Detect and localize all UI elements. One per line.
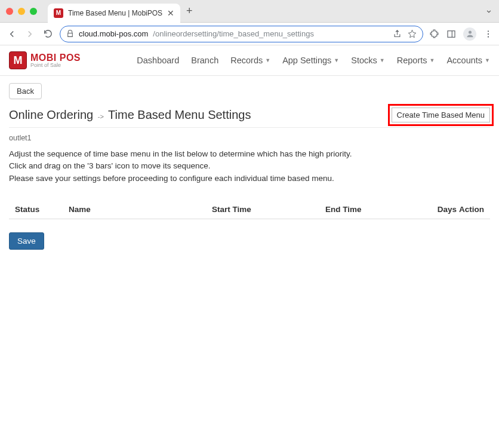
- nav-branch[interactable]: Branch: [191, 56, 218, 65]
- back-icon[interactable]: [6, 29, 18, 39]
- profile-icon[interactable]: [463, 27, 476, 41]
- logo[interactable]: M MOBI POS Point of Sale: [9, 51, 81, 69]
- instruction-line: Adjust the sequence of time base menu in…: [9, 148, 490, 160]
- back-button[interactable]: Back: [9, 83, 42, 99]
- col-status: Status: [15, 205, 69, 214]
- instruction-line: Click and drag on the '3 bars' icon to m…: [9, 160, 490, 172]
- panel-icon[interactable]: [446, 29, 456, 39]
- logo-sub: Point of Sale: [30, 63, 81, 68]
- breadcrumb-current: Time Based Menu Settings: [108, 108, 251, 121]
- page-content: Back Online Ordering -> Time Based Menu …: [0, 76, 499, 257]
- minimize-window-icon[interactable]: [18, 8, 25, 15]
- breadcrumb-arrow-icon: ->: [98, 113, 104, 120]
- outlet-label: outlet1: [9, 134, 490, 142]
- breadcrumb-parent: Online Ordering: [9, 108, 93, 121]
- caret-icon: ▼: [430, 57, 435, 63]
- logo-main: MOBI POS: [30, 53, 81, 63]
- nav-records[interactable]: Records▼: [230, 56, 270, 65]
- browser-tab[interactable]: M Time Based Menu | MobiPOS ✕: [48, 4, 180, 23]
- table-header: Status Name Start Time End Time Days Act…: [9, 200, 490, 219]
- address-bar[interactable]: cloud.mobi-pos.com/onlineordersetting/ti…: [60, 26, 423, 42]
- window-controls: [6, 8, 37, 15]
- browser-tab-strip: M Time Based Menu | MobiPOS ✕ +: [0, 0, 499, 23]
- star-icon[interactable]: [408, 29, 417, 38]
- url-path: /onlineordersetting/time_based_menu_sett…: [153, 29, 314, 38]
- breadcrumb: Online Ordering -> Time Based Menu Setti…: [9, 108, 251, 122]
- col-start: Start Time: [212, 205, 325, 214]
- browser-toolbar: cloud.mobi-pos.com/onlineordersetting/ti…: [0, 23, 499, 45]
- svg-rect-0: [448, 30, 455, 37]
- favicon-icon: M: [54, 8, 63, 18]
- svg-point-5: [488, 36, 489, 37]
- url-domain: cloud.mobi-pos.com: [79, 29, 148, 38]
- main-nav: Dashboard Branch Records▼ App Settings▼ …: [137, 56, 490, 65]
- nav-accounts[interactable]: Accounts▼: [446, 56, 490, 65]
- svg-point-4: [488, 33, 489, 34]
- new-tab-button[interactable]: +: [186, 5, 193, 17]
- close-window-icon[interactable]: [6, 8, 13, 15]
- svg-point-2: [469, 31, 472, 34]
- nav-dashboard[interactable]: Dashboard: [137, 56, 179, 65]
- create-time-based-menu-button[interactable]: Create Time Based Menu: [392, 108, 490, 122]
- instructions: Adjust the sequence of time base menu in…: [9, 148, 490, 185]
- col-name: Name: [69, 205, 212, 214]
- reload-icon[interactable]: [42, 29, 54, 39]
- tabs-menu-icon[interactable]: [485, 7, 493, 16]
- tab-title: Time Based Menu | MobiPOS: [68, 9, 162, 17]
- title-row: Online Ordering -> Time Based Menu Setti…: [9, 108, 490, 128]
- caret-icon: ▼: [265, 57, 270, 63]
- extensions-icon[interactable]: [429, 29, 439, 39]
- caret-icon: ▼: [485, 57, 490, 63]
- logo-badge-icon: M: [9, 51, 27, 69]
- forward-icon[interactable]: [24, 29, 36, 39]
- svg-point-3: [488, 30, 489, 32]
- caret-icon: ▼: [334, 57, 339, 63]
- col-days: Days: [409, 205, 457, 214]
- col-end: End Time: [325, 205, 409, 214]
- col-action: Action: [457, 205, 484, 214]
- maximize-window-icon[interactable]: [30, 8, 37, 15]
- close-tab-icon[interactable]: ✕: [167, 8, 174, 18]
- instruction-line: Please save your settings before proceed…: [9, 173, 490, 185]
- save-button[interactable]: Save: [9, 232, 44, 250]
- nav-stocks[interactable]: Stocks▼: [351, 56, 384, 65]
- lock-icon: [66, 30, 74, 38]
- share-icon[interactable]: [393, 29, 402, 38]
- menu-icon[interactable]: [483, 29, 493, 39]
- nav-reports[interactable]: Reports▼: [397, 56, 435, 65]
- nav-app-settings[interactable]: App Settings▼: [282, 56, 339, 65]
- app-header: M MOBI POS Point of Sale Dashboard Branc…: [0, 45, 499, 76]
- caret-icon: ▼: [380, 57, 385, 63]
